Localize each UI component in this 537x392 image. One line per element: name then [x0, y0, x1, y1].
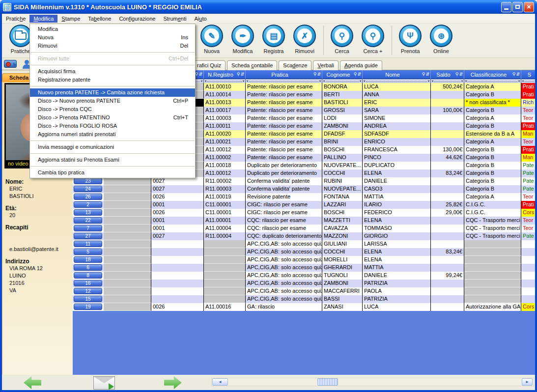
pratica-cell[interactable]: Patente: rilascio per esame: [246, 99, 322, 107]
classificazione-cell[interactable]: Categoria B: [464, 169, 521, 177]
cognome-cell[interactable]: ZAMBONI: [322, 280, 363, 287]
tab-scadenze[interactable]: Scadenze: [279, 60, 311, 70]
photo-cell[interactable]: [104, 193, 151, 201]
saldo-cell[interactable]: [431, 240, 464, 248]
stato-cell[interactable]: Pate: [521, 185, 535, 193]
photo-cell[interactable]: [104, 217, 151, 224]
nome-cell[interactable]: PINCO: [363, 154, 431, 162]
row-number-button[interactable]: 23: [74, 178, 102, 184]
cognome-cell[interactable]: BASTIOLI: [322, 99, 363, 107]
nome-cell[interactable]: ELENA: [363, 248, 431, 256]
row-number-button[interactable]: 18: [74, 256, 102, 263]
saldo-cell[interactable]: [431, 177, 464, 185]
filter-cell[interactable]: ▾▾: [363, 79, 431, 83]
filter-cell[interactable]: ▾▾: [322, 79, 363, 83]
stato-cell[interactable]: Pate: [521, 232, 535, 240]
menu-item-nuova[interactable]: NuovaIns: [30, 33, 195, 42]
stato-cell[interactable]: Cors: [521, 209, 535, 217]
classificazione-cell[interactable]: Categoria B: [464, 177, 521, 185]
classificazione-cell[interactable]: [464, 248, 521, 256]
row-number-button[interactable]: 12: [74, 288, 102, 294]
pratica-cell[interactable]: Patente: rilascio per esame: [246, 83, 322, 91]
row-number-button[interactable]: 16: [74, 280, 102, 286]
statino-cell[interactable]: [151, 256, 204, 264]
scroll-right-button[interactable]: ►: [522, 378, 533, 386]
saldo-cell[interactable]: 25,82€: [431, 201, 464, 209]
cognome-cell[interactable]: LAZZARI: [322, 201, 363, 209]
registro-cell[interactable]: R11.00002: [204, 177, 246, 185]
saldo-cell[interactable]: [431, 122, 464, 130]
menu-item-disco-prenota-foglio-rosa[interactable]: Disco -> Prenota FOGLIO ROSA: [30, 122, 195, 130]
classificazione-cell[interactable]: [464, 287, 521, 295]
column-header-n-registro[interactable]: N.Registro⚲⇵: [204, 70, 246, 79]
webcam-icon[interactable]: [4, 60, 17, 68]
close-button[interactable]: ✕: [524, 2, 534, 12]
row-number-button[interactable]: 19: [74, 304, 102, 310]
cognome-cell[interactable]: ZAMBONI: [322, 122, 363, 130]
nome-cell[interactable]: ELENA: [363, 217, 431, 224]
row-number-button[interactable]: 15: [74, 296, 102, 302]
toolbar-button-rimuovi[interactable]: ✗Rimuovi: [290, 25, 319, 54]
classificazione-cell[interactable]: Categoria B: [464, 146, 521, 154]
cognome-cell[interactable]: NUOVEPATE...: [322, 162, 363, 169]
nome-cell[interactable]: ELENA: [363, 256, 431, 264]
cognome-cell[interactable]: BASSI: [322, 295, 363, 303]
stato-cell[interactable]: Man: [521, 130, 535, 138]
nome-cell[interactable]: SIMONE: [363, 114, 431, 122]
cognome-cell[interactable]: BERTI: [322, 91, 363, 99]
registro-cell[interactable]: C11.00001: [204, 209, 246, 217]
cognome-cell[interactable]: MAZZONI: [322, 232, 363, 240]
column-sort-icon[interactable]: ⇵: [240, 72, 244, 77]
pratica-cell[interactable]: Patente: rilascio per esame: [246, 146, 322, 154]
stato-cell[interactable]: Rich: [521, 99, 535, 107]
saldo-cell[interactable]: 83,24€: [431, 169, 464, 177]
photo-cell[interactable]: [104, 272, 151, 280]
nome-cell[interactable]: DANIELE: [363, 272, 431, 280]
column-search-icon[interactable]: ⚲: [512, 72, 516, 77]
toolbar-button-cerca[interactable]: ⚲Cerca +: [359, 25, 387, 54]
titlebar[interactable]: SIDA Millennium v.1310 * Autoscuola LUIN…: [0, 0, 537, 14]
registro-cell[interactable]: A11.00021: [204, 138, 246, 146]
pratica-cell[interactable]: CQC: duplicato deterioramento: [246, 232, 322, 240]
photo-cell[interactable]: [104, 303, 151, 311]
stato-cell[interactable]: Teor: [521, 193, 535, 201]
saldo-cell[interactable]: [431, 280, 464, 287]
menu-item-rimuovi[interactable]: RimuoviDel: [30, 42, 195, 50]
nome-cell[interactable]: PAOLA: [363, 287, 431, 295]
classificazione-cell[interactable]: Categoria B: [464, 185, 521, 193]
saldo-cell[interactable]: 29,00€: [431, 209, 464, 217]
saldo-cell[interactable]: [431, 114, 464, 122]
nome-cell[interactable]: CASO3: [363, 185, 431, 193]
toolbar-button-nuova[interactable]: ✎Nuova: [198, 25, 226, 54]
pratica-cell[interactable]: Patente: rilascio per esame: [246, 154, 322, 162]
pratica-cell[interactable]: CIGC: rilascio per esame: [246, 201, 322, 209]
classificazione-cell[interactable]: Categoria A: [464, 138, 521, 146]
nome-cell[interactable]: DANIELE: [363, 177, 431, 185]
classificazione-cell[interactable]: [464, 280, 521, 287]
row-number-button[interactable]: 8: [74, 272, 102, 279]
photo-cell[interactable]: [104, 224, 151, 232]
registro-cell[interactable]: [204, 264, 246, 272]
statino-cell[interactable]: [151, 280, 204, 287]
pratica-cell[interactable]: GA: rilascio: [246, 303, 322, 311]
photo-cell[interactable]: [104, 185, 151, 193]
pratica-cell[interactable]: Patente: rilascio per esame: [246, 130, 322, 138]
nome-cell[interactable]: SDFASDF: [363, 130, 431, 138]
statino-cell[interactable]: [151, 264, 204, 272]
classificazione-cell[interactable]: Estensione da B a A: [464, 130, 521, 138]
pratica-cell[interactable]: APC,CIG,AB: solo accesso quiz: [246, 248, 322, 256]
cognome-cell[interactable]: MACCAFERRI: [322, 287, 363, 295]
saldo-cell[interactable]: 100,00€: [431, 107, 464, 114]
cognome-cell[interactable]: FONTANA: [322, 193, 363, 201]
minimize-button[interactable]: [501, 2, 511, 12]
cognome-cell[interactable]: MORELLI: [322, 256, 363, 264]
registro-cell[interactable]: A11.00020: [204, 130, 246, 138]
stato-cell[interactable]: Teor: [521, 138, 535, 146]
prev-record-button[interactable]: [24, 376, 41, 389]
column-search-icon[interactable]: ⚲: [455, 72, 459, 77]
statino-cell[interactable]: [151, 287, 204, 295]
nome-cell[interactable]: SARA: [363, 107, 431, 114]
photo-cell[interactable]: [104, 201, 151, 209]
nome-cell[interactable]: ANDREA: [363, 122, 431, 130]
stato-cell[interactable]: [521, 280, 535, 287]
